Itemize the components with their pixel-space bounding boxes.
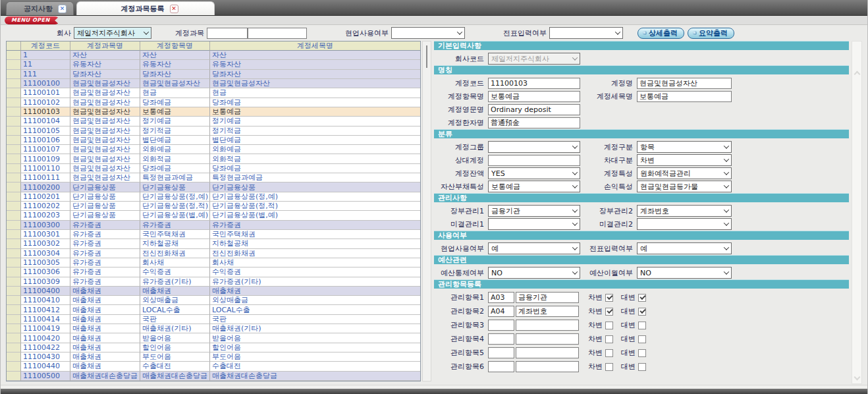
credit-checkbox[interactable] [638, 335, 646, 343]
open-mgmt1-select[interactable] [488, 218, 580, 230]
table-row[interactable]: 11100102현금및현금성자산당좌예금당좌예금 [7, 98, 420, 107]
row-selector[interactable] [7, 249, 21, 258]
table-row[interactable]: 11100201단기금융상품단기금융상품(정,예)단기금융상품(정,예) [7, 192, 420, 202]
row-selector[interactable] [7, 164, 21, 173]
asset-liability-select[interactable]: 보통예금 [488, 181, 580, 192]
mgmt-item-code-input[interactable] [488, 320, 514, 331]
eng-name-input[interactable] [488, 104, 580, 115]
row-selector[interactable] [7, 324, 21, 333]
row-selector[interactable] [7, 287, 21, 296]
table-row[interactable]: 11100200단기금융상품단기금융상품단기금융상품 [7, 183, 420, 192]
scroll-down-icon[interactable] [854, 374, 861, 381]
table-row[interactable]: 11100203단기금융상품단기금융상품(별,예)단기금융상품(별,예) [7, 211, 420, 220]
tab-notice[interactable]: 공지사항 ✕ [6, 1, 74, 15]
use-yn-select[interactable]: 예 [488, 242, 580, 254]
mgmt-item-name-input[interactable] [516, 333, 579, 345]
row-selector[interactable] [7, 60, 21, 69]
table-row[interactable]: 11100103현금및현금성자산보통예금보통예금 [7, 107, 420, 117]
row-selector[interactable] [7, 51, 21, 60]
mgmt-item-name-input[interactable] [516, 320, 579, 331]
row-selector[interactable] [7, 136, 21, 145]
debit-checkbox[interactable] [605, 349, 613, 357]
row-selector[interactable] [7, 372, 21, 381]
row-selector[interactable] [7, 98, 21, 107]
table-row[interactable]: 11100202단기금융상품단기금융상품(정,적)단기금융상품(정,적) [7, 202, 420, 211]
account-char-select[interactable]: 원화예적금관리 [637, 167, 732, 179]
credit-checkbox[interactable] [638, 363, 646, 371]
row-selector[interactable] [7, 230, 21, 239]
row-selector[interactable] [7, 192, 21, 202]
book-mgmt1-select[interactable]: 금융기관 [488, 205, 580, 217]
account-group-select[interactable] [488, 141, 580, 153]
table-row[interactable]: 11유동자산유동자산유동자산 [7, 60, 420, 69]
tab-close-icon[interactable]: ✕ [58, 5, 67, 13]
grid-scrollbar-thumb[interactable] [426, 45, 427, 68]
table-row[interactable]: 11100304유가증권전신전화채권전신전화채권 [7, 249, 420, 258]
debit-checkbox[interactable] [605, 294, 613, 302]
credit-checkbox[interactable] [638, 349, 646, 357]
table-row[interactable]: 11100420매출채권받을어음받을어음 [7, 333, 420, 343]
open-mgmt2-select[interactable] [637, 218, 732, 230]
debit-checkbox[interactable] [605, 335, 613, 343]
use-filter-select[interactable] [391, 27, 465, 39]
row-selector[interactable] [7, 79, 21, 88]
account-name-input[interactable] [637, 78, 732, 89]
row-selector[interactable] [7, 127, 21, 136]
table-row[interactable]: 11100500매출채권대손충당금매출채권대손충당금매출채권대손충당금 [7, 372, 420, 381]
debit-checkbox[interactable] [605, 322, 613, 329]
table-row[interactable]: 11100109현금및현금성자산외화적금외화적금 [7, 154, 420, 163]
slip-filter-select[interactable] [549, 27, 623, 39]
scroll-up-icon[interactable] [854, 71, 861, 78]
row-selector[interactable] [7, 107, 21, 117]
table-row[interactable]: 11100422매출채권할인어음할인어음 [7, 343, 420, 352]
company-select[interactable]: 제일저지주식회사 [74, 27, 151, 39]
credit-checkbox[interactable] [638, 308, 646, 316]
mgmt-item-name-input[interactable] [516, 292, 579, 303]
counter-account-input[interactable] [488, 155, 580, 166]
table-row[interactable]: 11100440매출채권수출대전수출대전 [7, 362, 420, 371]
row-selector[interactable] [7, 333, 21, 343]
pl-char-select[interactable]: 현금및현금등가물 [637, 181, 732, 192]
account-name-filter-input[interactable] [248, 28, 307, 39]
budget-carry-select[interactable]: NO [637, 267, 732, 279]
table-row[interactable]: 11100107현금및현금성자산외화예금외화예금 [7, 145, 420, 154]
account-type-select[interactable]: 항목 [637, 141, 732, 153]
row-selector[interactable] [7, 70, 21, 79]
row-selector[interactable] [7, 211, 21, 220]
menu-open-button[interactable]: MENU OPEN [5, 16, 59, 24]
item-name-input[interactable] [488, 91, 580, 102]
mgmt-item-code-input[interactable] [488, 292, 514, 303]
table-row[interactable]: 11100104현금및현금성자산정기예금정기예금 [7, 117, 420, 126]
table-row[interactable]: 111당좌자산당좌자산당좌자산 [7, 70, 420, 79]
table-row[interactable]: 11100111현금및현금성자산특정현금과예금특정현금과예금 [7, 173, 420, 183]
row-selector[interactable] [7, 352, 21, 362]
table-row[interactable]: 11100101현금및현금성자산현금현금 [7, 88, 420, 98]
row-selector[interactable] [7, 362, 21, 371]
mgmt-item-name-input[interactable] [516, 347, 579, 358]
table-row[interactable]: 1자산자산자산 [7, 51, 420, 60]
budget-control-select[interactable]: NO [488, 267, 580, 279]
table-row[interactable]: 11100305유가증권회사채회사채 [7, 258, 420, 267]
account-balance-select[interactable]: YES [488, 167, 580, 179]
panel-scrollbar[interactable] [852, 41, 862, 384]
table-row[interactable]: 11100412매출채권LOCAL수출LOCAL수출 [7, 305, 420, 314]
row-selector[interactable] [7, 117, 21, 126]
table-row[interactable]: 11100301유가증권국민주택채권국민주택채권 [7, 230, 420, 239]
row-selector[interactable] [7, 239, 21, 248]
row-selector[interactable] [7, 145, 21, 154]
table-row[interactable]: 11100414매출채권국판국판 [7, 315, 420, 324]
grid-scrollbar[interactable] [422, 41, 431, 381]
table-row[interactable]: 11100302유가증권지하철공채지하철공채 [7, 239, 420, 248]
company-code-select[interactable]: 제일저지주식회사 [488, 53, 580, 65]
mgmt-item-code-input[interactable] [488, 333, 514, 345]
row-selector[interactable] [7, 296, 21, 305]
row-selector[interactable] [7, 305, 21, 314]
dc-type-select[interactable]: 차변 [637, 154, 732, 166]
row-selector[interactable] [7, 202, 21, 211]
table-row[interactable]: 11100100현금및현금성자산현금및현금성자산현금및현금성자산 [7, 79, 420, 88]
table-row[interactable]: 11100400매출채권매출채권매출채권 [7, 287, 420, 296]
mgmt-item-code-input[interactable] [488, 306, 514, 317]
account-code-input[interactable] [488, 78, 580, 89]
credit-checkbox[interactable] [638, 322, 646, 329]
table-row[interactable]: 11100306유가증권수익증권수익증권 [7, 267, 420, 277]
